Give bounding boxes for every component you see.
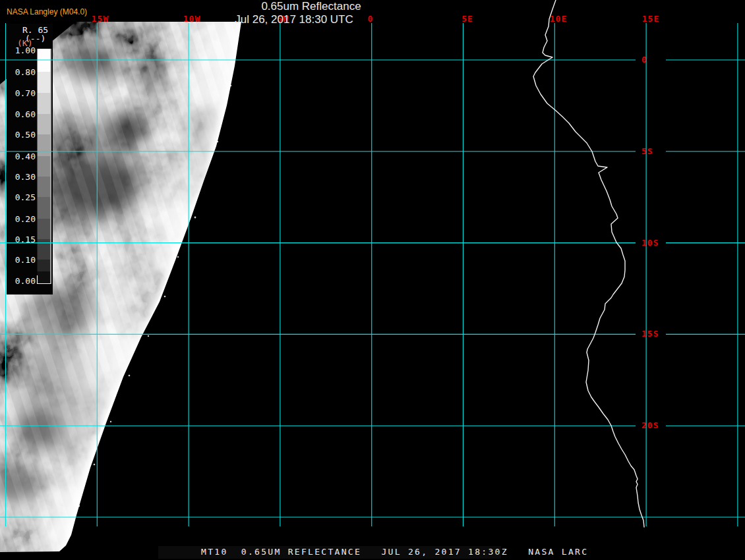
- lon-label-15w: 15W: [92, 14, 109, 24]
- agency-version-label: NASA Langley (M04.0): [7, 7, 87, 16]
- coastline-path: [533, 0, 644, 527]
- lat-label-20s: 20S: [641, 420, 659, 430]
- lon-label-5e: 5E: [462, 14, 473, 24]
- colorbar-tick: 0.60: [15, 109, 36, 119]
- lat-label-15s: 15S: [641, 329, 659, 339]
- lon-label-0: 0: [368, 14, 374, 24]
- colorbar-tick: 0.10: [15, 255, 36, 265]
- colorbar-tick: 1.00: [15, 45, 36, 55]
- lon-label-10w: 10W: [183, 14, 200, 24]
- colorbar-tick: 0.80: [15, 67, 36, 77]
- colorbar-tick: 0.25: [15, 192, 36, 202]
- map-canvas: R. 65 (--) (K) 1.00 0.80 0.70 0.60 0.50 …: [0, 0, 745, 560]
- footer-caption: MT10 0.65UM REFLECTANCE JUL 26, 2017 18:…: [201, 547, 588, 557]
- colorbar-tick: 0.30: [15, 172, 36, 182]
- colorbar-tick: 0.50: [15, 130, 36, 140]
- colorbar: R. 65 (--) (K) 1.00 0.80 0.70 0.60 0.50 …: [7, 24, 53, 294]
- lat-label-5s: 5S: [641, 146, 653, 156]
- map-timestamp: Jul 26, 2017 18:30 UTC: [235, 13, 353, 26]
- satellite-map-view: R. 65 (--) (K) 1.00 0.80 0.70 0.60 0.50 …: [0, 0, 745, 560]
- colorbar-tick: 0.20: [15, 214, 36, 224]
- colorbar-gradient-bar: [38, 49, 51, 284]
- lat-label-0: 0: [641, 55, 647, 65]
- colorbar-tick: 0.00: [15, 276, 36, 286]
- colorbar-tick: 0.70: [15, 88, 36, 98]
- map-title: 0.65um Reflectance: [261, 0, 361, 13]
- colorbar-tick: 0.40: [15, 152, 36, 161]
- lon-label-10e: 10E: [550, 14, 567, 24]
- lon-label-15e: 15E: [642, 14, 659, 24]
- lat-label-10s: 10S: [641, 238, 659, 248]
